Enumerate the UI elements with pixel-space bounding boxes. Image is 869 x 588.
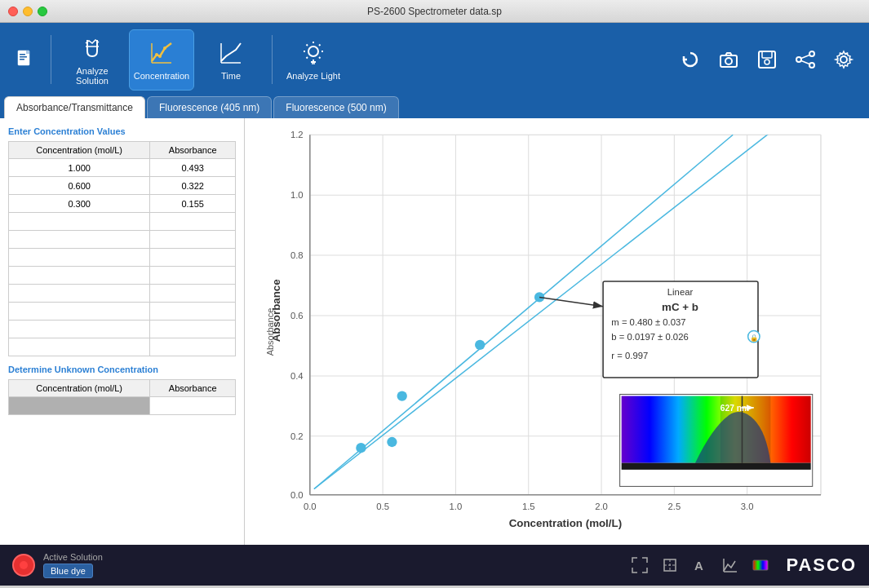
- concentration-row-1: 0.6000.322: [9, 177, 236, 195]
- abs-cell-8[interactable]: [150, 303, 236, 321]
- concentration-row-2: 0.3000.155: [9, 195, 236, 213]
- left-panel: Enter Concentration Values Concentration…: [0, 118, 245, 545]
- svg-point-6: [155, 53, 158, 56]
- svg-text:mC + b: mC + b: [662, 301, 698, 313]
- svg-line-33: [801, 61, 809, 64]
- conc-cell-10[interactable]: [9, 338, 150, 356]
- conc-cell-0[interactable]: 1.000: [9, 159, 150, 177]
- abs-cell-1[interactable]: 0.322: [150, 177, 236, 195]
- concentration-table: Concentration (mol/L) Absorbance 1.0000.…: [8, 141, 236, 356]
- time-button[interactable]: Time: [198, 29, 264, 91]
- conc-cell-1[interactable]: 0.600: [9, 177, 150, 195]
- expand-icon[interactable]: [631, 556, 649, 574]
- camera-button[interactable]: [712, 42, 746, 77]
- svg-text:b = 0.0197 ± 0.026: b = 0.0197 ± 0.026: [611, 332, 688, 342]
- svg-line-18: [307, 45, 308, 46]
- statusbar: Active Solution Blue dye A: [0, 545, 869, 586]
- svg-text:m = 0.480  ±  0.037: m = 0.480 ± 0.037: [611, 317, 685, 327]
- svg-text:Linear: Linear: [667, 287, 694, 297]
- concentration-row-9: [9, 321, 236, 338]
- conc-cell-8[interactable]: [9, 303, 150, 321]
- analyze-light-button[interactable]: Analyze Light: [281, 29, 346, 91]
- color-icon[interactable]: [752, 556, 769, 574]
- active-label: Active Solution: [43, 552, 103, 562]
- data-point-3: [397, 391, 407, 400]
- crop-icon[interactable]: [661, 556, 679, 574]
- unknown-absorbance-cell[interactable]: [150, 397, 236, 415]
- toolbar-divider-2: [272, 35, 273, 84]
- maximize-button[interactable]: [38, 7, 47, 16]
- svg-point-25: [725, 58, 732, 64]
- conc-cell-7[interactable]: [9, 285, 150, 303]
- new-document-button[interactable]: [8, 42, 42, 77]
- data-point-1: [356, 443, 366, 453]
- share-button[interactable]: [788, 42, 822, 77]
- abs-cell-6[interactable]: [150, 267, 236, 285]
- conc-cell-2[interactable]: 0.300: [9, 195, 150, 213]
- conc-cell-4[interactable]: [9, 231, 150, 249]
- svg-point-13: [308, 46, 318, 56]
- unknown-table: Concentration (mol/L) Absorbance: [8, 379, 236, 415]
- concentration-row-0: 1.0000.493: [9, 159, 236, 177]
- svg-line-32: [801, 55, 809, 59]
- svg-text:0.5: 0.5: [376, 502, 389, 511]
- active-solution-info: Active Solution Blue dye: [43, 552, 103, 578]
- svg-text:3.0: 3.0: [741, 502, 754, 511]
- svg-point-31: [809, 63, 814, 68]
- toolbar-right-icons: [673, 42, 861, 77]
- concentration-label: Concentration: [134, 71, 190, 81]
- settings-button[interactable]: [827, 42, 861, 77]
- record-button[interactable]: [12, 554, 35, 577]
- graph-icon[interactable]: [721, 556, 739, 574]
- svg-rect-4: [26, 51, 29, 54]
- svg-text:0.6: 0.6: [290, 311, 304, 321]
- tab-absorbance[interactable]: Absorbance/Transmittance: [4, 96, 145, 118]
- abs-cell-7[interactable]: [150, 285, 236, 303]
- svg-point-7: [158, 55, 162, 58]
- analyze-solution-label: Analyze Solution: [60, 66, 124, 86]
- x-axis-label: Concentration (mol/L): [509, 517, 622, 529]
- abs-cell-9[interactable]: [150, 321, 236, 338]
- conc-cell-3[interactable]: [9, 213, 150, 231]
- solution-badge[interactable]: Blue dye: [43, 564, 93, 578]
- chart-svg: 0.0 0.2 0.4 0.6 0.8 1.0 1.2 0.0 0.5 1.0 …: [249, 126, 857, 537]
- abs-cell-0[interactable]: 0.493: [150, 159, 236, 177]
- save-image-button[interactable]: [750, 42, 784, 77]
- analyze-solution-button[interactable]: Analyze Solution: [60, 29, 125, 91]
- analyze-light-label: Analyze Light: [286, 71, 340, 81]
- conc-cell-5[interactable]: [9, 249, 150, 267]
- tab-fluorescence-405[interactable]: Fluorescence (405 nm): [147, 96, 272, 118]
- concentration-button[interactable]: Concentration: [129, 29, 194, 91]
- minimize-button[interactable]: [23, 7, 33, 16]
- abs-cell-10[interactable]: [150, 338, 236, 356]
- unknown-col-absorbance: Absorbance: [150, 380, 236, 397]
- abs-cell-2[interactable]: 0.155: [150, 195, 236, 213]
- close-button[interactable]: [8, 7, 18, 16]
- abs-cell-4[interactable]: [150, 231, 236, 249]
- abs-cell-3[interactable]: [150, 213, 236, 231]
- pasco-logo: PASCO: [786, 555, 857, 576]
- text-icon[interactable]: A: [691, 556, 709, 574]
- conc-cell-9[interactable]: [9, 321, 150, 338]
- svg-rect-1: [20, 54, 25, 55]
- conc-cell-6[interactable]: [9, 267, 150, 285]
- tab-fluorescence-500[interactable]: Fluorescence (500 nm): [273, 96, 398, 118]
- concentration-row-6: [9, 267, 236, 285]
- concentration-row-3: [9, 213, 236, 231]
- svg-text:0.0: 0.0: [304, 502, 317, 511]
- svg-text:0.0: 0.0: [290, 490, 304, 500]
- svg-point-30: [796, 57, 801, 62]
- svg-rect-87: [622, 463, 811, 470]
- analyze-light-icon: [299, 38, 328, 68]
- data-point-2: [387, 437, 397, 447]
- concentration-section-title: Enter Concentration Values: [8, 126, 236, 136]
- svg-point-8: [163, 46, 166, 50]
- unknown-concentration-cell[interactable]: [9, 397, 150, 415]
- abs-cell-5[interactable]: [150, 249, 236, 267]
- analyze-solution-icon: [78, 33, 107, 63]
- chart-area: 0.0 0.2 0.4 0.6 0.8 1.0 1.2 0.0 0.5 1.0 …: [245, 118, 869, 545]
- refresh-button[interactable]: [673, 42, 707, 77]
- col-absorbance: Absorbance: [150, 142, 236, 159]
- svg-line-21: [307, 57, 308, 59]
- time-icon: [216, 38, 246, 68]
